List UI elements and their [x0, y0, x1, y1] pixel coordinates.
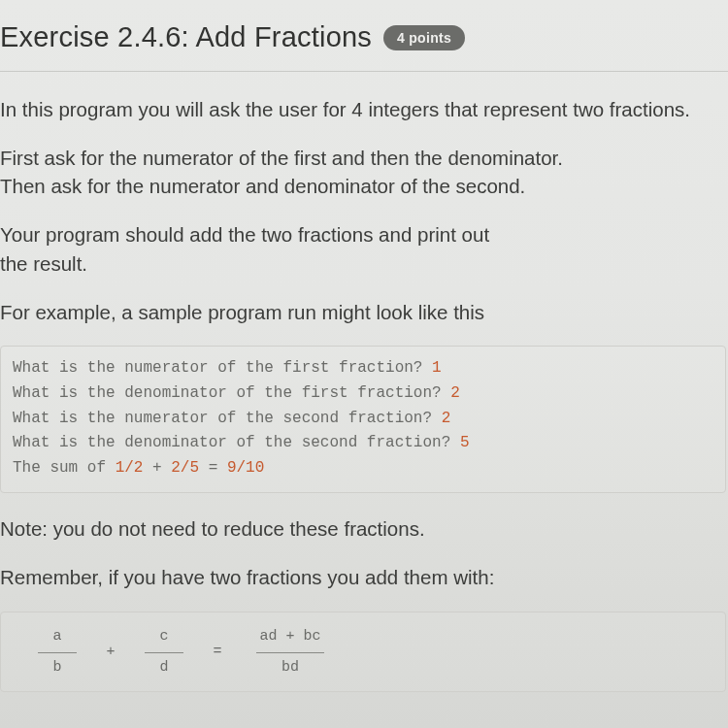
- note-paragraph: Note: you do not need to reduce these fr…: [0, 514, 726, 544]
- fraction-a-over-b: a b: [18, 626, 96, 678]
- formula-block: a b + c d = ad + bc bd: [0, 612, 726, 692]
- fraction-result: ad + bc bd: [232, 626, 348, 678]
- instruction-line: Then ask for the numerator and denominat…: [0, 172, 726, 201]
- sample-output: What is the numerator of the first fract…: [0, 346, 726, 493]
- exercise-body: In this program you will ask the user fo…: [0, 72, 728, 692]
- intro-paragraph: In this program you will ask the user fo…: [0, 95, 726, 124]
- exercise-header: Exercise 2.4.6: Add Fractions 4 points: [0, 0, 728, 72]
- remember-paragraph: Remember, if you have two fractions you …: [0, 563, 726, 592]
- code-line: What is the denominator of the first fra…: [13, 381, 713, 407]
- equals-operator: =: [203, 644, 232, 660]
- code-line: The sum of 1/2 + 2/5 = 9/10: [13, 456, 713, 481]
- code-line: What is the numerator of the second frac…: [13, 407, 713, 432]
- plus-operator: +: [96, 644, 125, 660]
- instructions-block: First ask for the numerator of the first…: [0, 144, 726, 201]
- fraction-c-over-d: c d: [125, 626, 203, 678]
- code-line: What is the denominator of the second fr…: [13, 431, 713, 456]
- exercise-title: Exercise 2.4.6: Add Fractions: [0, 21, 372, 53]
- goal-line: the result.: [0, 249, 726, 279]
- example-intro: For example, a sample program run might …: [0, 298, 726, 327]
- formula-row: a b + c d = ad + bc bd: [18, 626, 708, 678]
- code-line: What is the numerator of the first fract…: [13, 356, 713, 381]
- points-badge: 4 points: [383, 25, 465, 50]
- goal-block: Your program should add the two fraction…: [0, 220, 726, 278]
- goal-line: Your program should add the two fraction…: [0, 220, 726, 249]
- instruction-line: First ask for the numerator of the first…: [0, 144, 726, 173]
